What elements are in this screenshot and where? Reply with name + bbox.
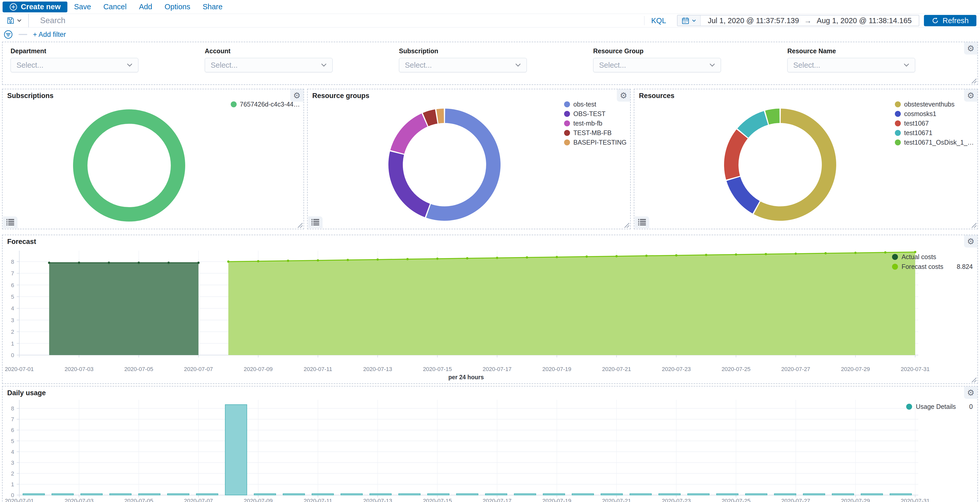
legend-dot (564, 130, 570, 136)
legend-label: cosmosks1 (904, 110, 936, 118)
chart-legend: obs-testOBS-TESTtest-mb-fbTEST-MB-FBBASE… (564, 100, 627, 148)
department-select[interactable]: Select... (11, 58, 138, 72)
select-placeholder: Select... (599, 61, 626, 70)
panel-options-button[interactable]: ⚙ (617, 89, 630, 102)
add-filter-button[interactable]: + Add filter (33, 30, 66, 38)
saved-query-button[interactable] (0, 14, 29, 27)
calendar-icon (682, 17, 689, 24)
account-select[interactable]: Select... (205, 58, 332, 72)
legend-toggle-button[interactable] (308, 217, 323, 228)
refresh-button[interactable]: Refresh (924, 15, 977, 26)
panel-title: Resources (639, 92, 675, 100)
top-toolbar: Create new Save Cancel Add Options Share (0, 0, 980, 14)
legend-label: OBS-TEST (573, 110, 606, 118)
legend-item[interactable]: BASEPI-TESTING (564, 139, 627, 146)
legend-label: test1067 (904, 120, 929, 127)
resources-donut-chart (708, 92, 852, 237)
svg-text:7: 7 (11, 270, 14, 277)
legend-dot (895, 120, 901, 126)
filter-group-resource-name: Resource Name Select... (788, 47, 915, 72)
legend-dot (892, 254, 898, 260)
date-range-picker: Jul 1, 2020 @ 11:37:57.139 → Aug 1, 2020… (677, 15, 920, 26)
svg-text:2020-07-11: 2020-07-11 (304, 498, 332, 502)
chevron-down-icon (515, 63, 521, 67)
filter-group-account: Account Select... (205, 47, 332, 72)
panel-resize-handle[interactable] (970, 376, 977, 383)
svg-text:2020-07-17: 2020-07-17 (482, 498, 512, 502)
panel-resize-handle[interactable] (970, 77, 977, 84)
save-menu-item[interactable]: Save (74, 3, 91, 11)
svg-text:2020-07-25: 2020-07-25 (722, 498, 751, 502)
svg-text:6: 6 (11, 282, 14, 288)
resource-name-select[interactable]: Select... (788, 58, 915, 72)
panel-resize-handle[interactable] (623, 222, 630, 228)
arrow-right-icon: → (804, 16, 811, 25)
legend-label: obs-test (573, 100, 596, 108)
legend-dot (564, 120, 570, 126)
resource-group-select[interactable]: Select... (593, 58, 721, 72)
gear-icon: ⚙ (620, 91, 627, 100)
filter-icon[interactable] (3, 30, 13, 39)
legend-item[interactable]: 7657426d-c4c3-44… (231, 100, 300, 108)
legend-item[interactable]: TEST-MB-FB (564, 129, 627, 137)
select-placeholder: Select... (793, 61, 820, 70)
legend-item[interactable]: test10671_OsDisk_1_… (895, 139, 974, 146)
legend-item[interactable]: test-mb-fb (564, 120, 627, 127)
kql-button[interactable]: KQL (644, 16, 673, 25)
search-input[interactable] (29, 14, 644, 27)
calendar-toggle-button[interactable] (678, 16, 701, 26)
svg-text:2020-07-19: 2020-07-19 (542, 498, 571, 502)
svg-text:2020-07-17: 2020-07-17 (482, 366, 512, 372)
legend-dot (906, 404, 912, 410)
panel-options-button[interactable]: ⚙ (964, 89, 977, 102)
add-menu-item[interactable]: Add (139, 3, 152, 11)
gear-icon: ⚙ (967, 44, 975, 53)
subscriptions-donut-chart (57, 93, 201, 237)
svg-text:6: 6 (11, 427, 14, 433)
panel-title: Resource groups (312, 92, 369, 100)
panel-resize-handle[interactable] (296, 222, 303, 228)
svg-text:5: 5 (11, 438, 14, 445)
date-range-display[interactable]: Jul 1, 2020 @ 11:37:57.139 → Aug 1, 2020… (701, 16, 919, 25)
svg-text:2020-07-09: 2020-07-09 (244, 498, 273, 502)
legend-label: Actual costs (902, 253, 936, 261)
select-placeholder: Select... (405, 61, 432, 70)
subscription-select[interactable]: Select... (399, 58, 527, 72)
legend-toggle-button[interactable] (635, 217, 649, 228)
options-menu-item[interactable]: Options (165, 3, 190, 11)
legend-item[interactable]: test10671 (895, 129, 974, 137)
svg-text:8: 8 (11, 258, 14, 265)
legend-item[interactable]: OBS-TEST (564, 110, 627, 118)
panel-resize-handle[interactable] (970, 222, 977, 228)
save-query-icon (7, 17, 14, 24)
legend-item[interactable]: Forecast costs 8.824 (892, 263, 973, 271)
svg-text:2020-07-09: 2020-07-09 (244, 366, 273, 372)
panel-options-button[interactable]: ⚙ (290, 89, 304, 102)
date-range-start[interactable]: Jul 1, 2020 @ 11:37:57.139 (708, 16, 799, 25)
legend-item[interactable]: obs-test (564, 100, 627, 108)
svg-text:2020-07-07: 2020-07-07 (184, 366, 213, 372)
legend-toggle-button[interactable] (3, 217, 18, 228)
forecast-panel: Forecast ⚙ 2020-07-012020-07-032020-07-0… (2, 235, 978, 384)
chart-legend: 7657426d-c4c3-44… (231, 100, 300, 110)
legend-item[interactable]: Actual costs (892, 253, 973, 261)
legend-item[interactable]: test1067 (895, 120, 974, 127)
chevron-down-icon (692, 19, 696, 22)
legend-item[interactable]: Usage Details 0 (906, 403, 973, 410)
create-new-button[interactable]: Create new (3, 2, 67, 12)
legend-dot (892, 264, 898, 270)
legend-label: test10671 (904, 129, 932, 137)
legend-item[interactable]: cosmosks1 (895, 110, 974, 118)
share-menu-item[interactable]: Share (203, 3, 223, 11)
svg-text:2020-07-19: 2020-07-19 (542, 366, 571, 372)
panel-options-button[interactable]: ⚙ (964, 42, 977, 54)
legend-label: Forecast costs (902, 263, 943, 271)
date-range-end[interactable]: Aug 1, 2020 @ 11:38:14.165 (817, 16, 912, 25)
svg-text:2020-07-23: 2020-07-23 (662, 498, 691, 502)
legend-item[interactable]: obstesteventhubs (895, 100, 974, 108)
cancel-menu-item[interactable]: Cancel (103, 3, 127, 11)
input-controls-panel: Department Select... Account Select... S… (2, 42, 978, 85)
filter-label: Resource Name (788, 47, 915, 55)
svg-text:0: 0 (11, 492, 14, 499)
legend-dot (895, 130, 901, 136)
